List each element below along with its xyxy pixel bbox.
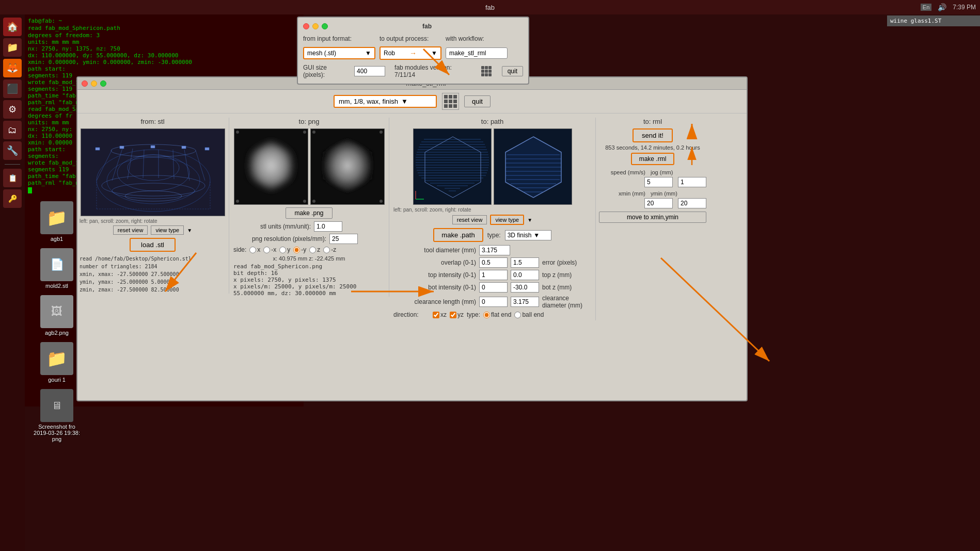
- speed-input[interactable]: [644, 177, 673, 187]
- overlap-input2[interactable]: [511, 257, 539, 268]
- type-select[interactable]: 3D finish ▼: [505, 230, 551, 240]
- error-label: error (pixels): [542, 259, 577, 266]
- type-arrow: ▼: [533, 232, 540, 239]
- toolbar-quit-btn[interactable]: quit: [464, 95, 491, 107]
- fab-workflow-label: with workflow:: [446, 35, 484, 42]
- taskbar-right: En 🔊 7:39 PM: [921, 3, 976, 11]
- make-png-btn[interactable]: make .png: [286, 207, 332, 219]
- bot-intensity-label: bot intensity (0-1): [393, 284, 476, 291]
- bot-intensity-input[interactable]: [479, 282, 508, 293]
- desktop-icon-screenshot-img: 🖥: [40, 389, 73, 422]
- fab-workflow-select[interactable]: make_stl_rml: [446, 47, 508, 59]
- side-z[interactable]: z: [309, 246, 320, 253]
- fab-to-select[interactable]: Rob → ▼: [380, 46, 441, 60]
- stl-reset-btn[interactable]: reset view: [113, 225, 148, 235]
- make-rml-btn[interactable]: make .rml: [631, 153, 675, 165]
- fab-dialog-close[interactable]: [303, 23, 309, 29]
- fab-dialog-min[interactable]: [312, 23, 319, 29]
- svg-point-27: [236, 200, 239, 203]
- terminal-line-1: fab@fab: ~: [28, 18, 301, 24]
- path-hint: left: pan, scroll: zoom, right: rotate: [393, 207, 471, 213]
- jog-label: jog (mm): [651, 169, 673, 175]
- rml-time-span: 853 seconds, 14.2 minutes, 0.2: [605, 144, 684, 151]
- ymin-label: ymin (mm): [651, 190, 677, 197]
- main-min[interactable]: [91, 80, 97, 87]
- direction-label: direction:: [393, 311, 430, 318]
- move-to-btn[interactable]: move to xmin,ymin: [599, 212, 706, 223]
- stl-units-row: stl units (mm/unit):: [233, 221, 385, 232]
- bot-intensity-row: bot intensity (0-1) bot z (mm): [393, 282, 591, 293]
- bot-z-label: bot z (mm): [542, 284, 572, 291]
- fab-dialog-max[interactable]: [322, 23, 328, 29]
- coord-text: x: 40.975 mm z: -22.425 mm: [233, 255, 385, 262]
- sidebar-icon-settings[interactable]: ⚙: [3, 100, 22, 119]
- side-y[interactable]: y: [279, 246, 290, 253]
- clearance-input[interactable]: [479, 297, 508, 307]
- stl-view-type-btn[interactable]: view type: [151, 225, 184, 235]
- overlap-input[interactable]: [479, 257, 508, 268]
- speed-label: speed (mm/s): [599, 169, 645, 175]
- path-view-type-btn[interactable]: view type: [490, 215, 524, 225]
- toolbar-grid-icon[interactable]: [442, 93, 459, 110]
- toolbar-workflow-select[interactable]: mm, 1/8, wax, finish ▼: [334, 95, 437, 108]
- png-extra: 55.000000 mm, dz: 30.000000 mm: [233, 290, 385, 297]
- jog-input[interactable]: [678, 177, 706, 187]
- stl-info: read /home/fab/Desktop/Sphericon.stl num…: [80, 255, 226, 294]
- png-canvas-right[interactable]: [310, 128, 385, 205]
- fab-gui-label: GUI size (pixels):: [303, 64, 350, 78]
- load-stl-btn[interactable]: load .stl: [130, 238, 176, 252]
- send-btn[interactable]: send it!: [633, 128, 673, 142]
- png-file-text: read fab_mod_Sphericon.png: [233, 263, 385, 270]
- svg-point-4: [102, 175, 205, 196]
- make-path-btn[interactable]: make .path: [433, 228, 483, 242]
- stl-units-label: stl units (mm/unit):: [233, 223, 311, 230]
- sidebar-icon-home[interactable]: 🏠: [3, 18, 22, 36]
- side-neg-z[interactable]: -z: [323, 246, 336, 253]
- svg-rect-23: [205, 148, 209, 150]
- svg-marker-29: [323, 139, 372, 192]
- main-close[interactable]: [82, 80, 88, 87]
- sidebar-icon-fab[interactable]: 🔧: [3, 141, 22, 160]
- xmin-input[interactable]: [644, 198, 673, 208]
- desktop-icon-gouri-label: gouri 1: [48, 377, 66, 383]
- main-max[interactable]: [100, 80, 106, 87]
- sidebar-icon-misc1[interactable]: 📋: [3, 169, 22, 187]
- side-label: side:: [233, 246, 246, 253]
- stl-canvas[interactable]: [81, 128, 225, 216]
- stl-controls: left: pan, scroll: zoom, right: rotate: [80, 218, 226, 224]
- tool-diam-input[interactable]: [479, 245, 510, 255]
- fab-grid-icon[interactable]: [480, 65, 493, 77]
- fab-gui-input[interactable]: [354, 66, 385, 76]
- bot-z-input[interactable]: [511, 282, 539, 293]
- fab-from-select[interactable]: mesh (.stl) ▼: [303, 47, 375, 59]
- sidebar-icon-files[interactable]: 📁: [3, 38, 22, 57]
- stl-units-input[interactable]: [314, 221, 342, 232]
- path-canvas-right[interactable]: [494, 128, 572, 205]
- sidebar-icon-misc2[interactable]: 🔑: [3, 189, 22, 208]
- ymin-input[interactable]: [678, 198, 706, 208]
- dir-xz[interactable]: xz: [433, 311, 447, 318]
- dir-yz[interactable]: yz: [450, 311, 464, 318]
- terminal-line-6: xmin: 0.000000, ymin: 0.000000, zmin: -3…: [28, 59, 301, 66]
- path-reset-btn[interactable]: reset view: [452, 215, 487, 224]
- side-neg-x[interactable]: -x: [263, 246, 276, 253]
- side-neg-y[interactable]: -y: [293, 246, 306, 253]
- fab-quit-btn[interactable]: quit: [502, 66, 523, 76]
- fab-bottom-row: GUI size (pixels): fab modules version: …: [303, 64, 523, 78]
- path-canvas-left[interactable]: [413, 128, 492, 205]
- type-flat[interactable]: flat end: [483, 311, 511, 318]
- sidebar-icon-apps[interactable]: 🗂: [3, 121, 22, 139]
- side-x[interactable]: x: [249, 246, 260, 253]
- sidebar-icon-terminal[interactable]: ⬛: [3, 79, 22, 98]
- sidebar-icon-firefox[interactable]: 🦊: [3, 59, 22, 77]
- top-z-input[interactable]: [511, 270, 539, 280]
- clearance-diam-input[interactable]: [511, 297, 539, 307]
- top-intensity-input[interactable]: [479, 270, 508, 280]
- png-canvas-left[interactable]: [234, 128, 308, 205]
- type-ball[interactable]: ball end: [514, 311, 544, 318]
- clearance-row: clearance length (mm) clearance diameter…: [393, 295, 591, 309]
- svg-line-10: [143, 150, 144, 178]
- png-res-input[interactable]: [329, 234, 358, 244]
- toolbar-dropdown-arrow: ▼: [401, 98, 408, 105]
- fab-workflow-value: make_stl_rml: [449, 50, 486, 57]
